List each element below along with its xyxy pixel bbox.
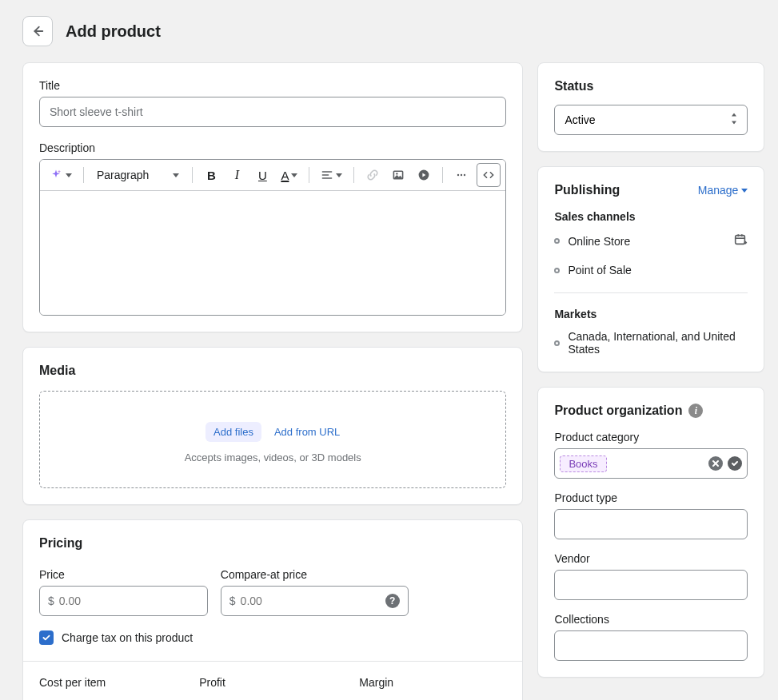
product-organization-heading: Product organization: [554, 404, 682, 418]
description-label: Description: [39, 141, 506, 154]
channel-item: Point of Sale: [554, 264, 748, 276]
media-hint: Accepts images, videos, or 3D models: [53, 451, 493, 463]
price-label: Price: [39, 568, 208, 581]
media-heading: Media: [39, 364, 506, 378]
x-icon: [712, 459, 720, 467]
description-editor: Paragraph B I U A: [39, 159, 506, 316]
vendor-input[interactable]: [554, 570, 748, 600]
more-button[interactable]: [449, 163, 473, 187]
svg-point-4: [397, 173, 398, 174]
bullet-icon: [554, 340, 560, 346]
product-organization-card: Product organization i Product category …: [537, 387, 764, 678]
svg-point-7: [461, 174, 462, 176]
tax-checkbox[interactable]: [39, 630, 54, 645]
channel-name: Online Store: [568, 235, 630, 248]
schedule-icon[interactable]: [733, 233, 748, 249]
channel-name: Point of Sale: [568, 264, 631, 276]
compare-at-input-wrapper: $ ?: [221, 586, 409, 616]
check-icon: [731, 459, 739, 467]
status-select[interactable]: [554, 105, 748, 135]
price-currency-prefix: $: [48, 595, 54, 607]
title-label: Title: [39, 79, 506, 92]
divider: [23, 661, 522, 662]
divider: [554, 292, 748, 293]
profit-label: Profit: [199, 676, 346, 689]
title-input[interactable]: [39, 97, 506, 127]
media-dropzone[interactable]: Add files Add from URL Accepts images, v…: [39, 391, 506, 488]
help-icon[interactable]: ?: [385, 594, 400, 608]
image-icon: [392, 169, 405, 181]
channel-item: Online Store: [554, 233, 748, 249]
category-tag[interactable]: Books: [560, 455, 606, 472]
collections-label: Collections: [554, 613, 748, 626]
code-icon: [482, 169, 495, 181]
bullet-icon: [554, 238, 560, 244]
collections-input[interactable]: [554, 630, 748, 661]
clear-category-button[interactable]: [708, 456, 723, 471]
market-value: Canada, International, and United States: [568, 330, 748, 356]
link-button[interactable]: [361, 163, 385, 187]
cost-per-item-label: Cost per item: [39, 676, 186, 689]
tax-checkbox-label: Charge tax on this product: [62, 631, 193, 644]
status-card: Status: [537, 62, 764, 152]
svg-point-8: [464, 174, 465, 176]
image-button[interactable]: [386, 163, 410, 187]
margin-label: Margin: [359, 676, 506, 689]
status-heading: Status: [554, 79, 748, 93]
bullet-icon: [554, 268, 560, 273]
italic-button[interactable]: I: [225, 163, 249, 187]
underline-button[interactable]: U: [250, 163, 274, 187]
code-view-button[interactable]: [477, 163, 501, 187]
back-button[interactable]: [22, 16, 53, 46]
media-card: Media Add files Add from URL Accepts ima…: [22, 347, 523, 505]
align-button[interactable]: [316, 163, 347, 187]
play-circle-icon: [417, 169, 430, 181]
paragraph-format-select[interactable]: Paragraph: [90, 163, 186, 187]
video-button[interactable]: [412, 163, 436, 187]
compare-at-input[interactable]: [241, 595, 381, 607]
add-from-url-link[interactable]: Add from URL: [274, 426, 340, 438]
compare-at-label: Compare-at price: [221, 568, 409, 581]
info-icon[interactable]: i: [688, 404, 703, 418]
sales-channels-heading: Sales channels: [554, 210, 748, 223]
ai-sparkle-button[interactable]: [45, 163, 77, 187]
rte-toolbar: Paragraph B I U A: [40, 160, 505, 191]
ellipsis-icon: [455, 169, 468, 181]
sparkle-icon: [50, 169, 62, 181]
bold-button[interactable]: B: [199, 163, 223, 187]
pricing-card: Pricing Price $ Compare-at price $ ?: [22, 519, 523, 700]
link-icon: [366, 169, 379, 181]
compare-currency-prefix: $: [229, 595, 236, 607]
add-files-button[interactable]: Add files: [205, 422, 261, 442]
check-icon: [42, 633, 51, 642]
product-category-input[interactable]: Books: [554, 448, 748, 479]
market-item: Canada, International, and United States: [554, 330, 748, 356]
svg-rect-9: [736, 236, 745, 245]
product-type-input[interactable]: [554, 509, 748, 539]
description-textarea[interactable]: [40, 191, 505, 315]
arrow-left-icon: [30, 24, 45, 38]
product-category-label: Product category: [554, 431, 748, 443]
publishing-heading: Publishing: [554, 183, 620, 197]
vendor-label: Vendor: [554, 552, 748, 565]
manage-publishing-button[interactable]: Manage: [698, 184, 748, 197]
price-input[interactable]: [59, 595, 199, 607]
price-input-wrapper: $: [39, 586, 208, 616]
publishing-card: Publishing Manage Sales channels Online …: [537, 166, 764, 372]
product-type-label: Product type: [554, 491, 748, 504]
svg-point-6: [457, 174, 459, 176]
pricing-heading: Pricing: [39, 536, 506, 551]
confirm-category-button[interactable]: [728, 456, 742, 471]
page-title: Add product: [66, 22, 161, 41]
color-button[interactable]: A: [276, 163, 302, 187]
align-icon: [321, 169, 333, 181]
paragraph-label: Paragraph: [97, 169, 149, 181]
title-description-card: Title Description Paragraph B I: [22, 62, 523, 332]
markets-heading: Markets: [554, 308, 748, 320]
